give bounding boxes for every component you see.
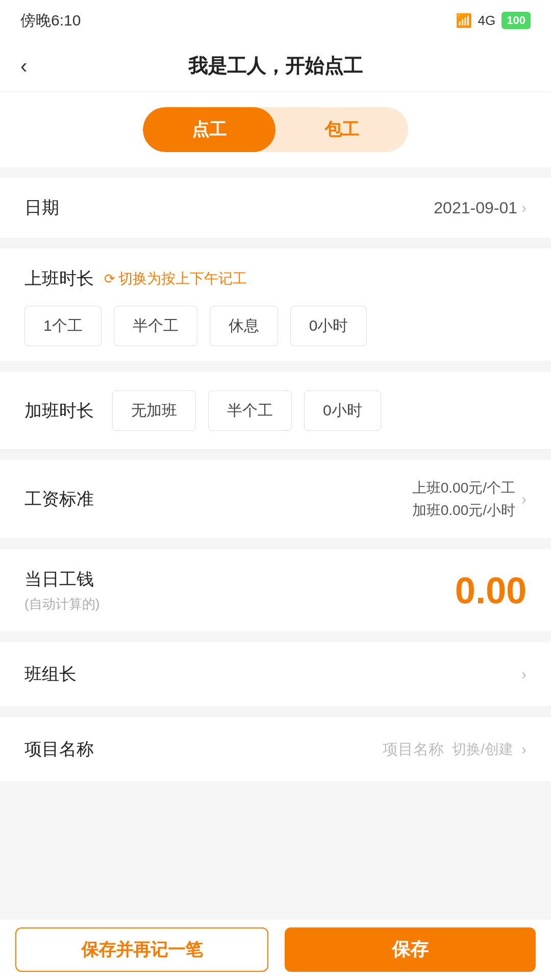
- header: ‹ 我是工人，开始点工: [0, 41, 551, 92]
- daily-earnings-section: 当日工钱 (自动计算的) 0.00: [0, 549, 551, 632]
- save-more-button[interactable]: 保存并再记一笔: [15, 927, 268, 972]
- signal-icon: 📶: [456, 13, 472, 29]
- status-time: 傍晚6:10: [20, 10, 81, 31]
- tab-container: 点工 包工: [0, 92, 551, 167]
- status-bar: 傍晚6:10 📶 4G 100: [0, 0, 551, 41]
- work-option-buttons: 1个工 半个工 休息 0小时: [24, 306, 527, 346]
- wage-line2: 加班0.00元/小时: [412, 501, 515, 520]
- bottom-buttons: 保存并再记一笔 保存: [0, 919, 551, 980]
- date-value-container: 2021-09-01 ›: [434, 199, 527, 217]
- overtime-section: 加班时长 无加班 半个工 0小时: [0, 372, 551, 450]
- project-placeholder: 项目名称: [383, 739, 444, 760]
- save-button[interactable]: 保存: [285, 927, 536, 972]
- wage-label: 工资标准: [24, 487, 94, 511]
- work-option-3-btn[interactable]: 休息: [210, 306, 278, 346]
- bottom-spacer: [0, 782, 551, 853]
- date-label: 日期: [24, 196, 59, 219]
- project-label: 项目名称: [24, 738, 94, 761]
- date-value: 2021-09-01: [434, 199, 517, 217]
- tab-toggle: 点工 包工: [143, 107, 408, 152]
- wage-section[interactable]: 工资标准 上班0.00元/个工 加班0.00元/小时 ›: [0, 460, 551, 539]
- work-duration-title: 上班时长: [24, 267, 94, 290]
- work-option-2-btn[interactable]: 半个工: [114, 306, 197, 346]
- overtime-label: 加班时长: [24, 399, 94, 423]
- team-leader-chevron-icon: ›: [521, 666, 527, 683]
- page-title: 我是工人，开始点工: [188, 53, 363, 79]
- switch-pm-link[interactable]: ⟳ 切换为按上下午记工: [104, 269, 247, 288]
- divider-1: [0, 167, 551, 178]
- wage-right: 上班0.00元/个工 加班0.00元/小时 ›: [412, 478, 527, 520]
- team-leader-label: 班组长: [24, 663, 77, 686]
- overtime-option-3-btn[interactable]: 0小时: [304, 390, 381, 431]
- daily-sublabel: (自动计算的): [24, 595, 99, 613]
- wage-chevron-icon: ›: [521, 491, 527, 508]
- wage-values: 上班0.00元/个工 加班0.00元/小时: [412, 478, 515, 520]
- team-leader-right: ›: [521, 666, 527, 683]
- team-leader-row[interactable]: 班组长 ›: [0, 642, 551, 707]
- tab-baogong[interactable]: 包工: [276, 107, 408, 152]
- divider-3: [0, 362, 551, 372]
- refresh-icon: ⟳: [104, 271, 115, 287]
- date-row[interactable]: 日期 2021-09-01 ›: [0, 178, 551, 238]
- battery-icon: 100: [502, 12, 531, 29]
- project-row[interactable]: 项目名称 项目名称 切换/创建 ›: [0, 717, 551, 782]
- status-icons: 📶 4G 100: [456, 12, 531, 29]
- date-chevron-icon: ›: [521, 199, 527, 216]
- divider-6: [0, 632, 551, 642]
- overtime-option-1-btn[interactable]: 无加班: [112, 390, 196, 431]
- daily-label-wrap: 当日工钱 (自动计算的): [24, 568, 99, 613]
- project-right: 项目名称 切换/创建 ›: [383, 739, 527, 760]
- overtime-option-buttons: 无加班 半个工 0小时: [112, 390, 381, 431]
- back-button[interactable]: ‹: [20, 55, 27, 78]
- work-duration-section: 上班时长 ⟳ 切换为按上下午记工 1个工 半个工 休息 0小时: [0, 249, 551, 362]
- switch-pm-label: 切换为按上下午记工: [118, 269, 247, 288]
- divider-7: [0, 707, 551, 717]
- daily-amount: 0.00: [455, 570, 527, 611]
- tab-dianggong[interactable]: 点工: [143, 107, 276, 152]
- daily-label: 当日工钱: [24, 568, 99, 591]
- wage-line1: 上班0.00元/个工: [412, 478, 515, 498]
- work-option-4-btn[interactable]: 0小时: [290, 306, 367, 346]
- project-switch-create: 切换/创建: [452, 740, 513, 759]
- divider-5: [0, 539, 551, 549]
- divider-2: [0, 238, 551, 249]
- signal-label: 4G: [478, 13, 496, 29]
- work-option-1-btn[interactable]: 1个工: [24, 306, 102, 346]
- project-chevron-icon: ›: [521, 741, 527, 758]
- overtime-option-2-btn[interactable]: 半个工: [208, 390, 292, 431]
- work-duration-header: 上班时长 ⟳ 切换为按上下午记工: [24, 267, 527, 290]
- divider-4: [0, 450, 551, 460]
